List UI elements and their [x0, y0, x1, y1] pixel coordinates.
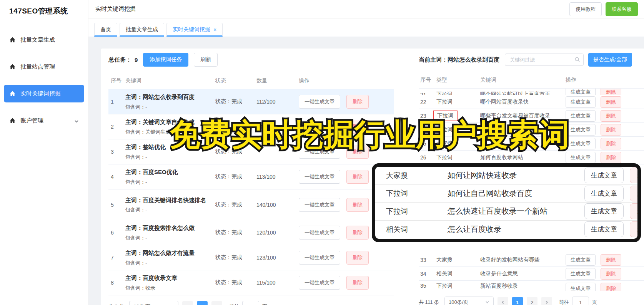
sidebar-item-batch-site[interactable]: 批量站点管理: [4, 58, 84, 75]
task-include-words: 包含词：-: [125, 154, 215, 161]
page-size-select[interactable]: 10条/页: [129, 301, 178, 305]
tab-label: 批量文章生成: [126, 26, 158, 33]
delete-button[interactable]: 删除: [630, 168, 641, 183]
delete-button[interactable]: 删除: [346, 198, 369, 212]
col-keyword: 关键词: [480, 77, 566, 84]
row-index: 35: [419, 283, 436, 289]
delete-button[interactable]: 删除: [346, 251, 369, 265]
generate-article-button[interactable]: 一键生成文章: [299, 170, 340, 184]
goto-page-input[interactable]: [242, 301, 259, 305]
generate-article-button[interactable]: 一键生成文章: [299, 251, 340, 265]
callout-row: 相关词 怎么让百度收录 生成文章删除: [375, 221, 637, 239]
callout-row: 大家搜 如何让网站快速收录 生成文章删除: [375, 167, 637, 185]
generate-article-button[interactable]: 生成文章: [566, 283, 596, 291]
chevron-down-icon: [74, 118, 79, 123]
delete-button[interactable]: 删除: [630, 203, 641, 219]
row-index: 21: [419, 92, 436, 95]
delete-button[interactable]: 删除: [346, 276, 369, 290]
task-main-keyword: 主词：百度关键词排名快速排名: [125, 196, 215, 204]
sidebar-item-label: 账户管理: [20, 117, 43, 124]
generate-article-button[interactable]: 生成文章: [566, 96, 596, 108]
generate-article-button[interactable]: 生成文章: [584, 168, 624, 183]
generate-article-button[interactable]: 生成文章: [566, 89, 596, 95]
generate-article-button[interactable]: 生成文章: [566, 268, 596, 280]
delete-button[interactable]: 删除: [601, 96, 621, 108]
tutorial-button[interactable]: 使用教程: [569, 2, 602, 16]
tab-batch-article[interactable]: 批量文章生成: [120, 23, 164, 37]
magnified-callout-box: 大家搜 如何让网站快速收录 生成文章删除 下拉词 如何让自己网站收录百度 生成文…: [372, 163, 641, 242]
page-size-select[interactable]: 100条/页: [444, 297, 494, 305]
table-row: 4 主词：百度SEO优化包含词：- 状态：完成 113/100 一键生成文章删除: [108, 164, 394, 189]
keyword-type: 相关词: [386, 225, 448, 235]
table-row: 7 主词：网站怎么做才有流量包含词：- 状态：完成 123/100 一键生成文章…: [108, 245, 394, 270]
generate-article-button[interactable]: 生成文章: [566, 254, 596, 266]
generate-article-button[interactable]: 生成文章: [584, 221, 624, 237]
delete-button[interactable]: 删除: [601, 89, 621, 95]
row-index: 6: [108, 230, 125, 236]
generate-article-button[interactable]: 生成文章: [566, 152, 596, 163]
close-icon[interactable]: ×: [213, 27, 216, 32]
generate-article-button[interactable]: 生成文章: [584, 186, 624, 201]
generate-filter-button[interactable]: 是否生成:全部: [588, 53, 632, 67]
keyword-filter-input[interactable]: [505, 54, 584, 66]
task-include-words: 包含词：-: [125, 179, 215, 186]
keyword-table-header: 序号 类型 关键词 操作: [419, 72, 644, 89]
delete-button[interactable]: 删除: [601, 254, 621, 266]
next-page-button[interactable]: [211, 301, 222, 305]
delete-button[interactable]: 删除: [346, 170, 369, 184]
home-icon: [9, 37, 16, 43]
delete-button[interactable]: 删除: [601, 138, 621, 149]
sidebar-item-batch-article[interactable]: 批量文章生成: [4, 31, 84, 49]
tab-home[interactable]: 首页: [94, 23, 117, 37]
search-icon: [574, 57, 580, 62]
generate-article-button[interactable]: 一键生成文章: [299, 95, 340, 109]
tab-keyword-mining[interactable]: 实时关键词挖掘 ×: [166, 23, 223, 37]
table-row: 35 下拉词 新站百度秒收录 生成文章删除: [419, 281, 644, 291]
page-number-1[interactable]: 1: [512, 297, 523, 305]
page-title: 实时关键词挖掘: [95, 5, 136, 13]
next-page-button[interactable]: [541, 297, 552, 305]
delete-button[interactable]: 删除: [601, 110, 621, 122]
generate-article-button[interactable]: 一键生成文章: [299, 226, 340, 240]
task-include-words: 包含词：-: [125, 260, 215, 266]
task-toolbar: 总任务： 9 添加挖词任务 刷新: [108, 53, 394, 66]
add-task-button[interactable]: 添加挖词任务: [143, 53, 188, 67]
delete-button[interactable]: 删除: [601, 124, 621, 136]
generate-article-button[interactable]: 生成文章: [566, 138, 596, 149]
prev-page-button[interactable]: [182, 301, 193, 305]
generate-article-button[interactable]: 生成文章: [566, 110, 596, 122]
task-include-words: 包含词：-: [125, 104, 215, 111]
delete-button[interactable]: 删除: [601, 152, 621, 163]
goto-label: 前往: [559, 299, 569, 305]
table-row: 8 主词：百度收录文章包含词：收录 状态：完成 115/100 一键生成文章删除: [108, 270, 394, 295]
sidebar-item-keyword-mining[interactable]: 实时关键词挖掘: [4, 85, 84, 102]
generate-article-button[interactable]: 一键生成文章: [299, 198, 340, 212]
keyword-text: 哪个网站发帖可以上百度首页: [480, 91, 566, 95]
delete-button[interactable]: 删除: [630, 186, 641, 201]
generate-article-button[interactable]: 生成文章: [566, 124, 596, 136]
goto-page-input[interactable]: [572, 297, 589, 305]
total-tasks-label: 总任务：: [108, 56, 131, 64]
delete-button[interactable]: 删除: [346, 95, 369, 109]
keyword-filter: [505, 54, 584, 66]
delete-button[interactable]: 删除: [601, 283, 621, 291]
page-number-2[interactable]: 2: [527, 297, 537, 305]
generate-article-button[interactable]: 生成文章: [584, 203, 624, 219]
app-window: 147SEO管理系统 批量文章生成 批量站点管理 实时关键词挖掘 账户管理 实时…: [0, 0, 644, 305]
refresh-button[interactable]: 刷新: [194, 53, 218, 67]
col-ops: 操作: [299, 77, 394, 84]
delete-button[interactable]: 删除: [630, 221, 641, 237]
prev-page-button[interactable]: [498, 297, 508, 305]
delete-button[interactable]: 删除: [601, 268, 621, 280]
delete-button[interactable]: 删除: [346, 226, 369, 240]
task-status: 状态：完成: [215, 254, 256, 261]
sidebar-item-account[interactable]: 账户管理: [4, 112, 84, 129]
keyword-text: 哪个网站百度收录快: [480, 99, 566, 106]
keyword-type: 下拉词: [436, 154, 480, 161]
page-number-1[interactable]: 1: [197, 301, 208, 305]
col-type: 类型: [436, 77, 480, 84]
keyword-type: 相关词: [436, 270, 480, 277]
home-icon: [9, 64, 16, 70]
generate-article-button[interactable]: 一键生成文章: [299, 276, 340, 290]
contact-support-button[interactable]: 联系客服: [606, 2, 638, 16]
